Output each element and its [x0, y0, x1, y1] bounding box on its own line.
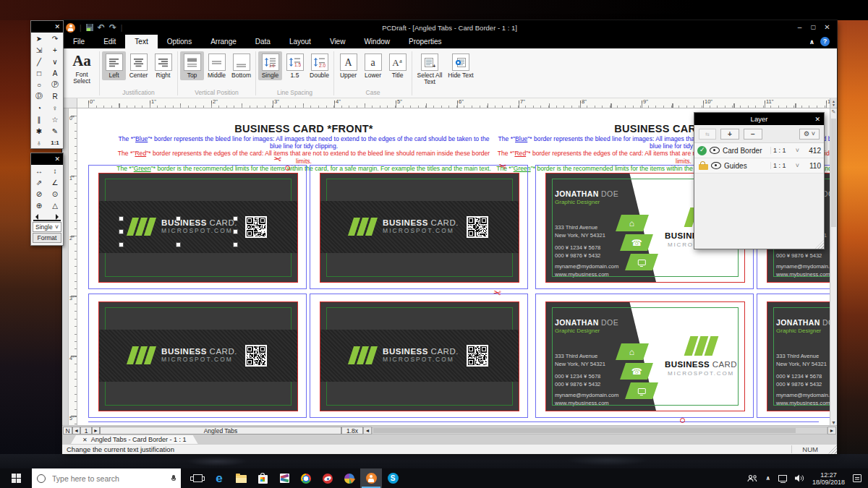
right-button[interactable]: Right: [151, 51, 175, 80]
selection-handle[interactable]: [233, 216, 238, 221]
bulb-tool[interactable]: ♁: [31, 137, 47, 148]
layer-row-guides[interactable]: Guides1 : 1˅110: [694, 158, 824, 174]
lower-button[interactable]: aLower: [361, 51, 385, 80]
network-icon[interactable]: [778, 475, 787, 481]
layer-settings-button[interactable]: ⚙ ˅: [799, 129, 820, 140]
ellipse-tool[interactable]: ○: [31, 79, 47, 90]
menu-window[interactable]: Window: [354, 35, 399, 48]
redo-icon[interactable]: ↷: [109, 23, 116, 32]
vertical-scroll-thumb[interactable]: [831, 119, 836, 227]
node-tool[interactable]: ∨: [47, 56, 63, 67]
selection-handle[interactable]: [176, 216, 181, 221]
v-space-tool[interactable]: ↕: [47, 165, 63, 176]
parallel-tool[interactable]: ∥: [31, 114, 47, 125]
taskbar-photos[interactable]: [273, 468, 295, 488]
start-button[interactable]: [0, 468, 32, 488]
layer-ratio-dropdown[interactable]: 1 : 1˅: [770, 147, 799, 154]
measure-toolbox-titlebar[interactable]: ✕: [31, 153, 63, 165]
horizontal-scrollbar[interactable]: [372, 427, 827, 435]
layer-row-card-border[interactable]: Card Border1 : 1˅412: [694, 143, 824, 158]
close-icon[interactable]: ✕: [54, 23, 60, 30]
double-button[interactable]: 2.0Double: [307, 51, 331, 80]
layer-ratio-dropdown[interactable]: 1 : 1˅: [770, 162, 799, 169]
menu-properties[interactable]: Properties: [399, 35, 451, 48]
microphone-icon[interactable]: [171, 475, 176, 482]
menu-layout[interactable]: Layout: [280, 35, 320, 48]
scroll-right-icon[interactable]: ►: [827, 427, 836, 435]
color-tool[interactable]: ✱: [31, 125, 47, 137]
lock-icon[interactable]: [699, 164, 708, 170]
taskbar-file-explorer[interactable]: [230, 468, 252, 488]
action-center-icon[interactable]: [853, 474, 861, 482]
selection-handle[interactable]: [119, 242, 124, 247]
merge-layers-button[interactable]: ⇆: [699, 129, 716, 140]
collapse-ribbon-icon[interactable]: ∧: [809, 38, 814, 46]
vertical-scrollbar[interactable]: ✎ ▼: [830, 108, 837, 425]
panel-resize-grip[interactable]: [815, 240, 824, 249]
font-select-button[interactable]: AaFont Select: [67, 50, 97, 98]
scroll-left-icon[interactable]: ◄: [363, 427, 372, 435]
h-space-tool[interactable]: ↔: [31, 165, 47, 176]
people-icon[interactable]: [747, 474, 757, 482]
top-button[interactable]: Top: [180, 51, 204, 80]
zoom-level[interactable]: 1.8x: [341, 427, 363, 435]
angle-tool[interactable]: ∠: [47, 176, 63, 188]
middle-button[interactable]: Middle: [205, 51, 229, 80]
close-button[interactable]: ✕: [821, 21, 833, 34]
zoom-tool[interactable]: ⊙: [47, 188, 63, 200]
menu-edit[interactable]: Edit: [94, 35, 125, 48]
selection-handle[interactable]: [233, 229, 238, 234]
data-tool[interactable]: Ⓓ: [31, 90, 47, 102]
rotate-text-tool[interactable]: R: [47, 90, 63, 102]
upper-button[interactable]: AUpper: [336, 51, 360, 80]
exclude-tool[interactable]: ⊘: [31, 188, 47, 200]
center-tool[interactable]: ⊕: [31, 200, 47, 211]
title-button[interactable]: AaTitle: [386, 51, 409, 80]
taskbar-draw-app[interactable]: [339, 468, 360, 488]
line-tool[interactable]: ╱: [31, 56, 47, 67]
resize-grip[interactable]: [828, 445, 837, 454]
hide-text-button[interactable]: Hide Text: [446, 51, 476, 80]
selection-handle[interactable]: [119, 229, 124, 234]
menu-options[interactable]: Options: [158, 35, 201, 48]
taskbar-search[interactable]: [32, 468, 181, 488]
text-tool[interactable]: A: [47, 67, 63, 79]
help-icon[interactable]: ?: [820, 37, 830, 46]
search-input[interactable]: [51, 474, 166, 484]
next-page-button[interactable]: ►: [92, 427, 100, 435]
hidden-icons-chevron[interactable]: ∧: [765, 475, 770, 481]
selection-handle[interactable]: [233, 242, 238, 247]
maximize-button[interactable]: ▢: [807, 21, 820, 34]
pan-page-icon[interactable]: ✎: [830, 109, 837, 115]
page-mode-button[interactable]: N: [63, 427, 72, 435]
menu-file[interactable]: File: [64, 35, 94, 48]
taskbar-task-view[interactable]: [187, 468, 208, 488]
business-card-dark[interactable]: BUSINESS CARD.MICROSPOT.COM: [320, 301, 519, 411]
close-icon[interactable]: ✕: [54, 155, 60, 163]
rectangle-tool[interactable]: □: [31, 67, 47, 79]
taskbar-fan-app[interactable]: [317, 468, 339, 488]
taskbar-clock[interactable]: 12:27 18/09/2018: [812, 471, 845, 486]
business-card-dark[interactable]: BUSINESS CARD.MICROSPOT.COM: [320, 173, 519, 283]
eye-icon[interactable]: [711, 162, 721, 169]
select-tool[interactable]: ➤: [31, 33, 47, 44]
business-card-contact[interactable]: ⌂☎JONATHAN DOEGraphic Designer333 Third …: [767, 301, 830, 411]
remove-layer-button[interactable]: −: [744, 129, 762, 140]
drawing-toolbox-titlebar[interactable]: ✕: [31, 21, 63, 33]
format-button[interactable]: Format: [33, 233, 61, 243]
paragraph-tool[interactable]: Ⓟ: [47, 79, 63, 90]
mirror-tool[interactable]: ♀: [47, 102, 63, 114]
taskbar-store[interactable]: [252, 468, 273, 488]
bottom-button[interactable]: Bottom: [229, 51, 253, 80]
star-tool[interactable]: ☆: [47, 114, 63, 125]
add-layer-button[interactable]: +: [720, 129, 739, 140]
business-card-dark[interactable]: BUSINESS CARD.MICROSPOT.COM: [98, 301, 298, 411]
layer-panel-titlebar[interactable]: Layer ✕: [694, 113, 824, 125]
ratio-tool[interactable]: 1:1: [47, 137, 63, 148]
document-tab[interactable]: ✕ Angled Tabs - Card Border - 1 : 1: [71, 435, 198, 444]
taskbar-chrome[interactable]: [295, 468, 317, 488]
menu-data[interactable]: Data: [246, 35, 280, 48]
scale-tool[interactable]: ⇲: [31, 44, 47, 56]
undo-icon[interactable]: ↶: [98, 23, 105, 32]
speaker-icon[interactable]: [795, 474, 804, 482]
